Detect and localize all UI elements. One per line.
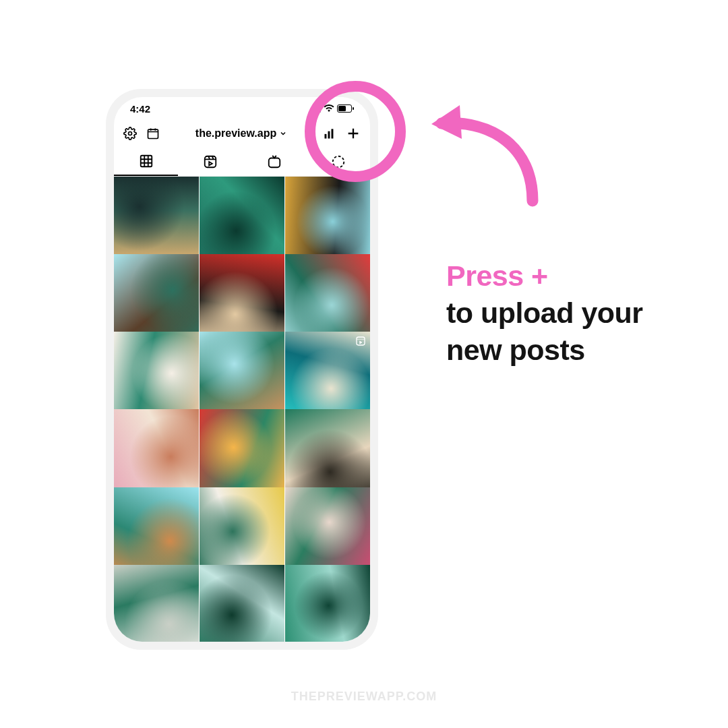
settings-button[interactable] xyxy=(123,127,137,140)
gear-icon xyxy=(123,127,137,140)
callout-circle xyxy=(305,81,406,182)
tab-reels[interactable] xyxy=(178,147,242,176)
feed-grid xyxy=(114,177,370,642)
reel-badge-icon xyxy=(355,336,366,346)
svg-point-7 xyxy=(129,132,132,135)
username-label: the.preview.app xyxy=(195,127,276,140)
feed-photo xyxy=(114,487,199,572)
feed-cell[interactable] xyxy=(285,332,370,417)
feed-photo xyxy=(285,487,370,572)
feed-cell[interactable] xyxy=(285,177,370,262)
feed-photo xyxy=(114,254,199,339)
feed-photo xyxy=(285,254,370,339)
account-switcher[interactable]: the.preview.app xyxy=(195,127,287,140)
feed-photo xyxy=(200,565,284,642)
calendar-icon xyxy=(146,127,160,140)
feed-cell[interactable] xyxy=(114,487,199,572)
feed-cell[interactable] xyxy=(200,254,284,339)
feed-photo xyxy=(114,332,199,417)
chevron-down-icon xyxy=(279,129,287,138)
watermark: THEPREVIEWAPP.COM xyxy=(291,690,437,704)
feed-cell[interactable] xyxy=(200,177,284,262)
feed-photo xyxy=(200,332,284,417)
feed-photo xyxy=(200,254,284,339)
feed-photo xyxy=(200,409,284,494)
feed-photo xyxy=(285,409,370,494)
grid-icon xyxy=(139,154,154,169)
svg-rect-16 xyxy=(357,337,365,345)
feed-cell[interactable] xyxy=(200,409,284,494)
feed-cell[interactable] xyxy=(200,487,284,572)
phone-screen: 4:42 the.preview.app xyxy=(114,97,370,642)
feed-photo xyxy=(200,487,284,572)
callout-line-2: to upload your new posts xyxy=(446,295,689,369)
svg-rect-13 xyxy=(204,156,216,167)
callout-text: Press + to upload your new posts xyxy=(446,257,689,369)
feed-photo xyxy=(200,177,284,262)
feed-cell[interactable] xyxy=(114,332,199,417)
svg-rect-12 xyxy=(140,155,152,166)
igtv-icon xyxy=(267,154,282,169)
feed-photo xyxy=(285,177,370,262)
feed-photo xyxy=(114,565,199,642)
callout-arrow-icon xyxy=(418,100,546,208)
feed-cell[interactable] xyxy=(285,409,370,494)
tab-grid[interactable] xyxy=(114,147,178,176)
feed-cell[interactable] xyxy=(114,177,199,262)
feed-cell[interactable] xyxy=(285,254,370,339)
feed-photo xyxy=(285,565,370,642)
feed-cell[interactable] xyxy=(114,565,199,642)
calendar-button[interactable] xyxy=(146,127,160,140)
feed-cell[interactable] xyxy=(285,487,370,572)
feed-cell[interactable] xyxy=(114,409,199,494)
tab-igtv[interactable] xyxy=(242,147,306,176)
feed-cell[interactable] xyxy=(114,254,199,339)
status-time: 4:42 xyxy=(130,103,150,115)
feed-cell[interactable] xyxy=(200,332,284,417)
feed-photo xyxy=(114,177,199,262)
svg-rect-14 xyxy=(268,158,280,167)
svg-rect-8 xyxy=(148,129,158,138)
feed-cell[interactable] xyxy=(200,565,284,642)
feed-cell[interactable] xyxy=(285,565,370,642)
reels-icon xyxy=(203,154,218,169)
callout-line-1: Press + xyxy=(446,257,689,295)
feed-photo xyxy=(114,409,199,494)
